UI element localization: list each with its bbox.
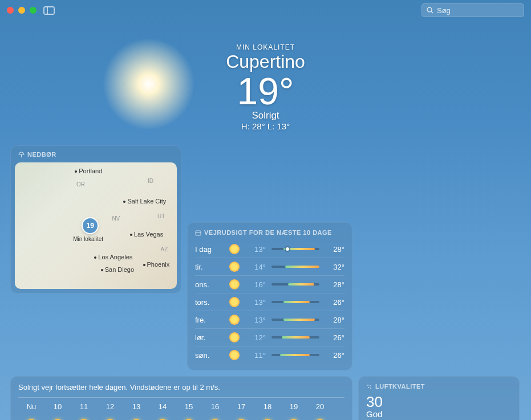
svg-rect-0 (44, 7, 54, 14)
day-label: tir. (195, 263, 224, 271)
aq-index: 30 (366, 394, 512, 409)
hourly-column: 1427° (149, 402, 176, 420)
umbrella-icon (18, 152, 25, 158)
low-temp: 14° (245, 263, 266, 271)
air-quality-card[interactable]: LUFTKVALITET 30 God Luftkvalitetsindekse… (358, 376, 520, 420)
map-pin-label: Min lokalitet (73, 236, 103, 242)
hourly-column: 202 (307, 402, 333, 420)
svg-point-6 (367, 385, 368, 386)
search-icon (427, 7, 433, 14)
search-field[interactable]: Søg (421, 3, 524, 17)
hourly-column: 1224° (97, 402, 123, 420)
high-temp: 28° (325, 316, 344, 324)
hour-label: 13 (123, 402, 149, 411)
high-temp: 28° (325, 280, 344, 289)
low-temp: 13° (245, 316, 266, 324)
high-low: H: 28° L: 13° (0, 121, 531, 131)
aq-rating: God (366, 409, 512, 419)
map-location-pin[interactable]: 19 (83, 218, 98, 233)
hourly-column: Nu19° (18, 402, 44, 420)
ten-day-forecast-card[interactable]: VEJRUDSIGT FOR DE NÆSTE 10 DAGE I dag13°… (187, 222, 352, 370)
aq-title: LUFTKVALITET (375, 383, 425, 390)
hour-label: 14 (149, 402, 176, 411)
calendar-icon (195, 230, 201, 236)
hour-label: 19 (281, 402, 307, 411)
forecast-row[interactable]: tir.14°32° (195, 258, 344, 275)
locality-label: MIN LOKALITET (0, 43, 531, 51)
hourly-column: 1528° (176, 402, 202, 420)
temp-range-bar (271, 301, 319, 303)
close-window-button[interactable] (7, 7, 14, 14)
hour-label: 11 (71, 402, 97, 411)
temp-range-bar (271, 266, 319, 268)
hour-label: 18 (254, 402, 281, 411)
map-label: OR (76, 181, 85, 187)
forecast-row[interactable]: fre.13°28° (195, 311, 344, 328)
temp-range-bar (271, 248, 319, 250)
map-label: Phoenix (141, 261, 170, 268)
hour-label: 17 (228, 402, 254, 411)
sun-icon (229, 262, 240, 272)
day-label: lør. (195, 333, 224, 342)
svg-line-3 (431, 11, 433, 13)
city-name: Cupertino (0, 51, 531, 72)
minimize-window-button[interactable] (18, 7, 25, 14)
sun-icon (229, 315, 240, 325)
temp-range-bar (271, 336, 319, 339)
hourly-column: 1326° (123, 402, 149, 420)
map-label: Salt Lake City (121, 198, 166, 205)
svg-point-2 (427, 7, 432, 12)
temp-range-bar (271, 319, 319, 321)
map-title: NEDBØR (27, 151, 56, 158)
day-label: I dag (195, 245, 224, 254)
map-label: Los Angeles (92, 254, 132, 260)
forecast-row[interactable]: I dag13°28° (195, 240, 344, 258)
hourly-forecast-card[interactable]: Solrigt vejr fortsætter hele dagen. Vind… (10, 376, 352, 420)
low-temp: 11° (245, 351, 266, 360)
sun-icon (229, 332, 240, 342)
temp-range-bar (271, 283, 319, 286)
day-label: fre. (195, 316, 224, 324)
hourly-column: 1019° (44, 402, 71, 420)
svg-point-7 (370, 385, 371, 386)
fullscreen-window-button[interactable] (30, 7, 37, 14)
hour-label: 12 (97, 402, 123, 411)
current-conditions-hero: MIN LOKALITET Cupertino 19° Solrigt H: 2… (0, 43, 531, 131)
high-temp: 26° (325, 298, 344, 307)
hour-label: 16 (202, 402, 228, 411)
toggle-sidebar-button[interactable] (43, 5, 59, 16)
high-temp: 32° (325, 263, 344, 271)
forecast-row[interactable]: lør.12°26° (195, 328, 344, 346)
high-temp: 26° (325, 351, 344, 360)
search-placeholder: Søg (437, 6, 451, 15)
day-label: ons. (195, 280, 224, 289)
map-canvas[interactable]: 19 Min lokalitet PortlandORIDSalt Lake C… (15, 162, 177, 289)
map-label: ID (148, 178, 153, 184)
high-temp: 28° (325, 245, 344, 254)
low-temp: 13° (245, 245, 266, 254)
sun-icon (229, 244, 240, 254)
low-temp: 16° (245, 280, 266, 289)
map-label: AZ (161, 246, 168, 252)
traffic-lights (7, 7, 37, 14)
map-label: Las Vegas (128, 231, 163, 238)
forecast-row[interactable]: søn.11°26° (195, 346, 344, 364)
low-temp: 13° (245, 298, 266, 307)
hour-label: 20 (307, 402, 333, 411)
svg-point-9 (370, 388, 371, 389)
precipitation-map-card[interactable]: NEDBØR 19 Min lokalitet PortlandORIDSalt… (10, 145, 181, 293)
hourly-column: 1628° (202, 402, 228, 420)
map-label: Portland (73, 168, 102, 174)
hour-label: Nu (18, 402, 44, 411)
map-label: UT (157, 213, 165, 219)
hourly-column: 1923° (281, 402, 307, 420)
temp-range-bar (271, 354, 319, 356)
hourly-column: 1122° (71, 402, 97, 420)
ten-day-title: VEJRUDSIGT FOR DE NÆSTE 10 DAGE (204, 229, 332, 236)
hourly-summary: Solrigt vejr fortsætter hele dagen. Vind… (18, 383, 344, 392)
hour-label: 10 (44, 402, 71, 411)
forecast-row[interactable]: tors.13°26° (195, 293, 344, 311)
day-label: tors. (195, 298, 224, 307)
day-label: søn. (195, 351, 224, 360)
forecast-row[interactable]: ons.16°28° (195, 275, 344, 293)
